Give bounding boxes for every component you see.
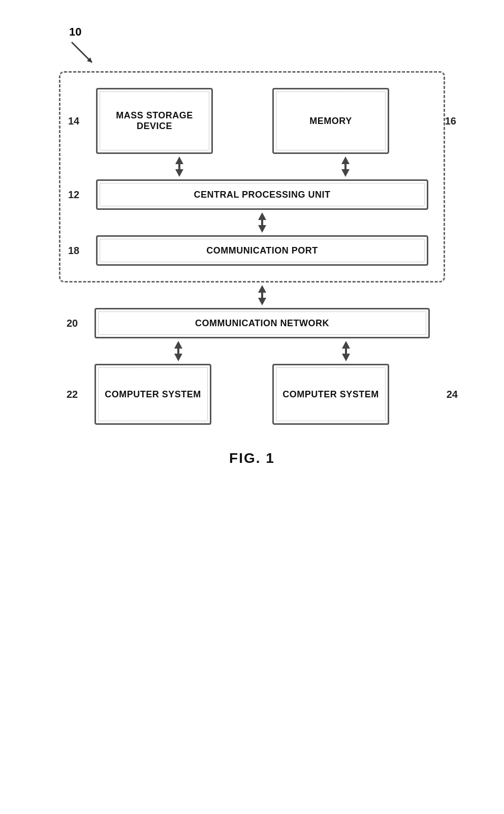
svg-marker-17: [258, 298, 266, 305]
comm-port-box: COMMUNICATION PORT: [96, 235, 428, 266]
svg-marker-2: [175, 156, 183, 164]
computer-system-1-box: COMPUTER SYSTEM: [94, 364, 211, 425]
top-row: 14 MASS STORAGE DEVICE 16 MEMORY: [96, 88, 428, 154]
svg-marker-9: [341, 169, 350, 177]
arrow-commport-network-container: [94, 283, 430, 308]
svg-rect-3: [178, 164, 180, 169]
arrow-mem-cpu-container: [262, 154, 428, 179]
comm-network-box: COMMUNICATION NETWORK: [94, 308, 430, 338]
memory-box: MEMORY: [272, 88, 389, 154]
bottom-row: 22 COMPUTER SYSTEM 24 COMPUTER SYSTEM: [94, 364, 430, 425]
svg-marker-25: [342, 354, 350, 361]
top-arrows-row: [96, 154, 428, 179]
arrow-mass-cpu-icon: [169, 154, 190, 179]
svg-marker-10: [258, 212, 266, 220]
svg-marker-18: [174, 341, 182, 349]
svg-rect-7: [344, 164, 346, 169]
ref-20: 20: [67, 318, 78, 329]
computer-system-2-box: COMPUTER SYSTEM: [272, 364, 389, 425]
arrow-mem-cpu-icon: [335, 154, 356, 179]
arrow-mass-cpu-container: [96, 154, 262, 179]
svg-marker-14: [258, 285, 266, 293]
comm-network-wrapper: 20 COMMUNICATION NETWORK: [94, 308, 430, 338]
below-section: 20 COMMUNICATION NETWORK: [59, 283, 445, 425]
ref-24: 24: [447, 389, 458, 400]
arrow-cpu-commport-icon: [252, 210, 272, 235]
page: 10 14 MASS STORAGE DEVICE: [0, 0, 504, 814]
computer-system-boundary: 14 MASS STORAGE DEVICE 16 MEMORY: [59, 71, 445, 283]
diagram-layout: 10 14 MASS STORAGE DEVICE: [30, 20, 474, 466]
full-diagram: 10 14 MASS STORAGE DEVICE: [59, 71, 445, 425]
cpu-box: CENTRAL PROCESSING UNIT: [96, 179, 428, 210]
svg-marker-21: [174, 354, 182, 361]
computer-system-2-wrapper: 24 COMPUTER SYSTEM: [272, 364, 430, 425]
ref-18: 18: [68, 245, 79, 257]
svg-rect-11: [261, 220, 263, 225]
arrow-net-cs2-icon: [336, 338, 356, 364]
memory-wrapper: 16 MEMORY: [272, 88, 428, 154]
arrow-net-cs1-container: [94, 338, 262, 364]
svg-marker-13: [258, 225, 266, 233]
ref-16: 16: [445, 115, 456, 127]
bottom-arrows-row: [94, 338, 430, 364]
svg-marker-22: [342, 341, 350, 349]
arrow-net-cs1-icon: [168, 338, 188, 364]
cpu-wrapper: 12 CENTRAL PROCESSING UNIT: [96, 179, 428, 210]
figure-ref-10: 10: [69, 25, 97, 68]
svg-rect-23: [345, 349, 347, 354]
svg-marker-6: [341, 156, 350, 164]
fig-caption: FIG. 1: [229, 450, 275, 466]
ref-12: 12: [68, 189, 79, 201]
ref-22: 22: [67, 389, 78, 400]
arrow-commport-network-icon: [252, 283, 272, 308]
svg-rect-19: [177, 349, 179, 354]
ref-14: 14: [68, 115, 79, 127]
svg-rect-15: [261, 293, 263, 298]
comm-port-wrapper: 18 COMMUNICATION PORT: [96, 235, 428, 266]
mass-storage-wrapper: 14 MASS STORAGE DEVICE: [96, 88, 252, 154]
svg-marker-5: [175, 169, 183, 177]
arrow-cpu-commport-container: [96, 210, 428, 235]
computer-system-1-wrapper: 22 COMPUTER SYSTEM: [94, 364, 252, 425]
diagonal-arrow-icon: [69, 40, 97, 68]
mass-storage-box: MASS STORAGE DEVICE: [96, 88, 213, 154]
arrow-net-cs2-container: [262, 338, 430, 364]
